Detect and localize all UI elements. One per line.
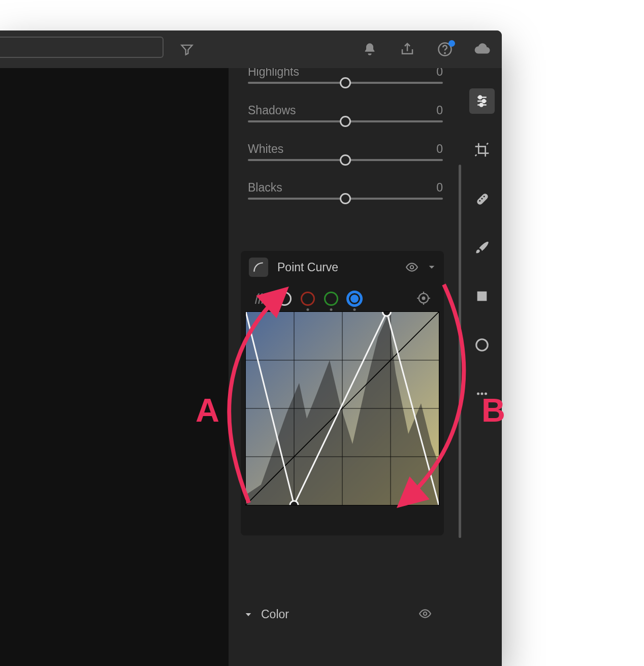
svg-point-5	[482, 100, 486, 103]
tool-brush[interactable]	[469, 235, 495, 260]
curve-menu-icon[interactable]	[428, 263, 436, 271]
channel-green[interactable]	[324, 292, 338, 306]
svg-point-1	[444, 53, 445, 54]
svg-point-19	[423, 297, 425, 300]
section-visibility-icon[interactable]	[418, 607, 432, 620]
point-curve-panel: Point Curve	[241, 251, 444, 535]
slider-blacks: Blacks 0	[248, 181, 443, 195]
svg-point-14	[477, 393, 479, 395]
channel-red[interactable]	[301, 292, 315, 306]
channel-rgb[interactable]	[277, 292, 292, 306]
curve-editor[interactable]	[246, 312, 439, 505]
svg-point-9	[479, 200, 480, 202]
image-canvas[interactable]	[0, 68, 229, 666]
slider-thumb[interactable]	[340, 154, 351, 166]
curve-point[interactable]	[290, 501, 298, 505]
point-curve-title: Point Curve	[277, 261, 396, 274]
tool-heal[interactable]	[469, 186, 495, 211]
svg-point-11	[484, 196, 485, 197]
slider-track[interactable]	[248, 159, 443, 161]
slider-label: Highlights	[248, 68, 299, 78]
channel-blue[interactable]	[347, 292, 362, 306]
slider-shadows: Shadows 0	[248, 104, 443, 117]
notifications-icon[interactable]	[360, 39, 380, 59]
slider-value[interactable]: 0	[436, 142, 443, 156]
curve-mode-toggle[interactable]	[249, 258, 268, 277]
cloud-sync-icon[interactable]	[472, 39, 493, 59]
curve-point[interactable]	[382, 312, 391, 316]
slider-value[interactable]: 0	[436, 68, 443, 79]
curve-visibility-icon[interactable]	[405, 261, 418, 274]
slider-value[interactable]: 0	[436, 181, 443, 195]
tool-more[interactable]	[469, 381, 495, 406]
tool-radial-gradient[interactable]	[469, 332, 495, 358]
slider-whites: Whites 0	[248, 142, 443, 156]
slider-thumb[interactable]	[340, 193, 351, 204]
svg-point-17	[410, 266, 414, 269]
slider-thumb[interactable]	[340, 116, 351, 127]
chevron-down-icon	[244, 610, 253, 619]
slider-highlights: Highlights 0	[248, 68, 443, 79]
svg-point-10	[481, 198, 482, 199]
slider-thumb[interactable]	[340, 77, 351, 88]
tool-crop[interactable]	[469, 137, 495, 163]
top-bar	[0, 30, 502, 68]
svg-point-13	[476, 339, 488, 351]
svg-point-15	[481, 393, 484, 395]
slider-track[interactable]	[248, 120, 443, 122]
filter-button[interactable]	[171, 30, 203, 68]
svg-point-31	[424, 612, 427, 616]
tool-rail	[462, 68, 502, 666]
slider-track[interactable]	[248, 198, 443, 200]
parametric-curve-icon[interactable]	[253, 291, 268, 306]
help-icon[interactable]	[435, 39, 455, 59]
section-label: Color	[261, 608, 289, 621]
search-input[interactable]	[0, 37, 164, 58]
targeted-adjust-icon[interactable]	[416, 291, 432, 306]
help-notification-dot	[448, 40, 455, 47]
slider-label: Whites	[248, 142, 283, 155]
section-color[interactable]: Color	[244, 608, 432, 621]
tool-linear-gradient[interactable]	[469, 283, 495, 309]
svg-point-3	[478, 96, 481, 99]
svg-point-7	[480, 104, 483, 107]
tool-edit[interactable]	[469, 88, 495, 114]
slider-value[interactable]: 0	[436, 104, 443, 117]
curve-channel-row	[253, 289, 432, 309]
svg-rect-12	[477, 292, 487, 301]
edit-panel: Highlights 0 Shadows 0 Whites 0 Blacks 0	[229, 68, 462, 666]
panel-scrollbar[interactable]	[459, 165, 461, 538]
svg-point-16	[485, 393, 487, 395]
slider-label: Shadows	[248, 104, 296, 117]
share-icon[interactable]	[397, 39, 417, 59]
slider-label: Blacks	[248, 181, 282, 194]
app-window: Highlights 0 Shadows 0 Whites 0 Blacks 0	[0, 30, 502, 666]
slider-track[interactable]	[248, 82, 443, 84]
